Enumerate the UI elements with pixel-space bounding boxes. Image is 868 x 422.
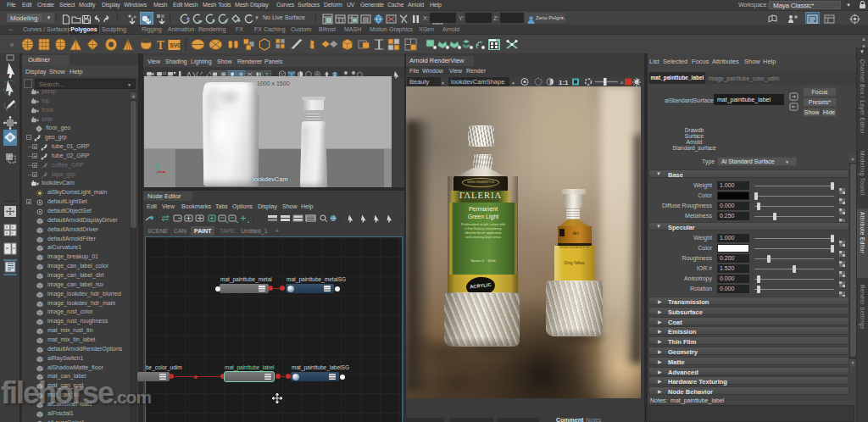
svg-text:24: 24	[163, 71, 167, 75]
svg-text:SVG: SVG	[170, 42, 181, 48]
svg-text:1:1: 1:1	[559, 79, 569, 86]
svg-text:T: T	[157, 39, 164, 52]
svg-text:o: o	[620, 80, 624, 85]
